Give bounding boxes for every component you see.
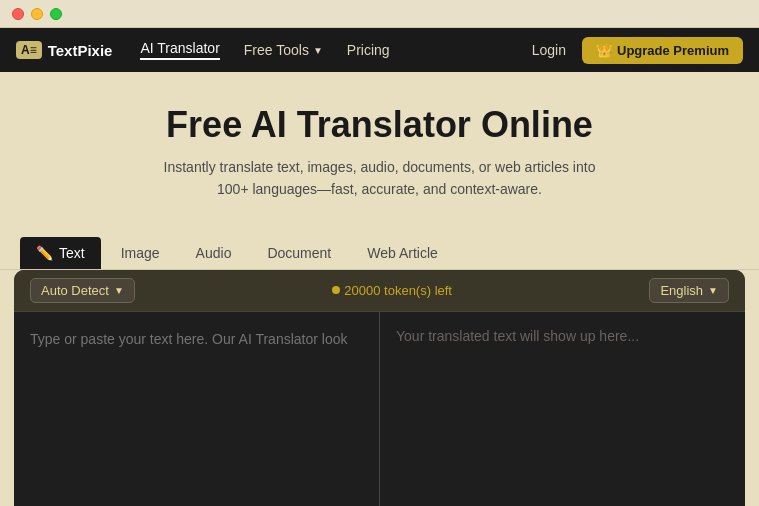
navbar: A≡ TextPixie AI Translator Free Tools ▼ … <box>0 28 759 72</box>
upgrade-button[interactable]: 👑 Upgrade Premium <box>582 37 743 64</box>
target-lang-chevron: ▼ <box>708 285 718 296</box>
output-placeholder: Your translated text will show up here..… <box>396 328 729 344</box>
tab-document[interactable]: Document <box>251 237 347 269</box>
source-language-selector[interactable]: Auto Detect ▼ <box>30 278 135 303</box>
output-panel: Your translated text will show up here..… <box>380 312 745 506</box>
nav-links: AI Translator Free Tools ▼ Pricing <box>140 40 503 60</box>
tokens-info: 20000 token(s) left <box>135 283 650 298</box>
target-lang-label: English <box>660 283 703 298</box>
translator-area: Auto Detect ▼ 20000 token(s) left Englis… <box>0 270 759 506</box>
hero-title: Free AI Translator Online <box>20 104 739 146</box>
tokens-text: 20000 token(s) left <box>344 283 452 298</box>
logo[interactable]: A≡ TextPixie <box>16 41 112 59</box>
source-lang-chevron: ▼ <box>114 285 124 296</box>
hero-subtitle: Instantly translate text, images, audio,… <box>20 156 739 201</box>
minimize-button[interactable] <box>31 8 43 20</box>
dropdown-chevron: ▼ <box>313 45 323 56</box>
login-button[interactable]: Login <box>532 42 566 58</box>
tab-web-article[interactable]: Web Article <box>351 237 454 269</box>
close-button[interactable] <box>12 8 24 20</box>
source-lang-label: Auto Detect <box>41 283 109 298</box>
tab-audio-label: Audio <box>196 245 232 261</box>
token-dot-icon <box>332 286 340 294</box>
text-tab-icon: ✏️ <box>36 245 53 261</box>
source-text-input[interactable] <box>30 328 363 506</box>
translator-header: Auto Detect ▼ 20000 token(s) left Englis… <box>14 270 745 312</box>
nav-ai-translator[interactable]: AI Translator <box>140 40 219 60</box>
translator-container: Auto Detect ▼ 20000 token(s) left Englis… <box>14 270 745 506</box>
upgrade-icon: 👑 <box>596 43 612 58</box>
tab-audio[interactable]: Audio <box>180 237 248 269</box>
tab-document-label: Document <box>267 245 331 261</box>
window-chrome <box>0 0 759 28</box>
upgrade-label: Upgrade Premium <box>617 43 729 58</box>
nav-right: Login 👑 Upgrade Premium <box>532 37 743 64</box>
logo-text: TextPixie <box>48 42 113 59</box>
tab-image-label: Image <box>121 245 160 261</box>
tabs-area: ✏️ Text Image Audio Document Web Article <box>0 221 759 270</box>
hero-section: Free AI Translator Online Instantly tran… <box>0 72 759 221</box>
nav-free-tools[interactable]: Free Tools ▼ <box>244 42 323 58</box>
logo-icon: A≡ <box>16 41 42 59</box>
tabs: ✏️ Text Image Audio Document Web Article <box>20 237 739 269</box>
source-panel[interactable] <box>14 312 379 506</box>
target-language-selector[interactable]: English ▼ <box>649 278 729 303</box>
tab-text-label: Text <box>59 245 85 261</box>
tab-image[interactable]: Image <box>105 237 176 269</box>
tab-text[interactable]: ✏️ Text <box>20 237 101 269</box>
tab-web-article-label: Web Article <box>367 245 438 261</box>
nav-pricing[interactable]: Pricing <box>347 42 390 58</box>
maximize-button[interactable] <box>50 8 62 20</box>
translator-panels: Your translated text will show up here..… <box>14 312 745 506</box>
